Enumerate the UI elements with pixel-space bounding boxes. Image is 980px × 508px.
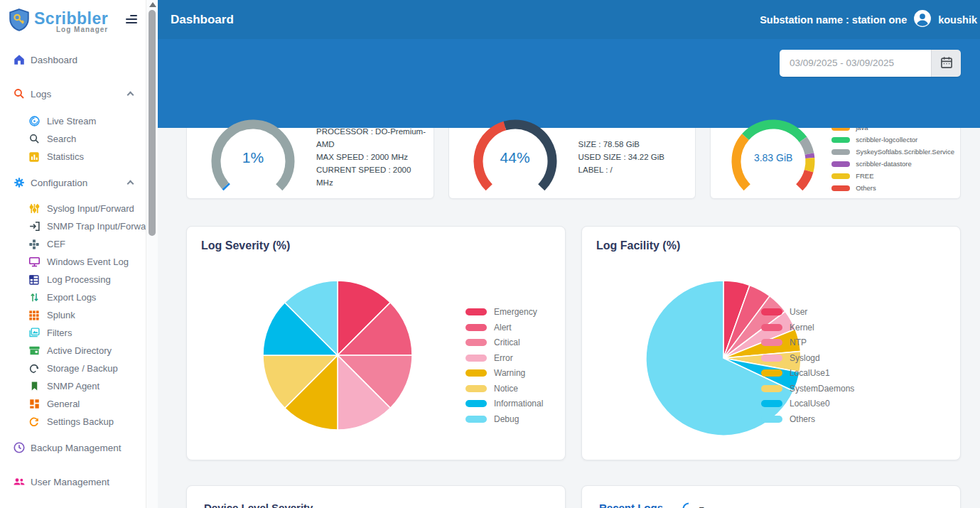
legend-swatch	[465, 308, 487, 315]
sidebar-item-label: Logs	[31, 89, 51, 99]
log-severity-card: Log Severity (%) Emergency Alert Critica…	[186, 226, 566, 460]
menu-toggle-icon[interactable]	[126, 13, 137, 23]
legend-item[interactable]: scribbler-logcollector	[831, 136, 954, 144]
chevron-up-icon	[127, 180, 134, 188]
sidebar-item-active-directory[interactable]: Active Directory	[0, 342, 146, 360]
sidebar-item-log-processing[interactable]: Log Processing	[0, 271, 146, 288]
legend-label: SyskeySoftlabs.Scribbler.Service	[856, 148, 954, 156]
legend-label: scribbler-logcollector	[856, 136, 917, 144]
scrollbar-up-arrow[interactable]	[149, 2, 156, 7]
legend-label: Critical	[494, 337, 520, 347]
sidebar-item-configuration[interactable]: Configuration	[0, 174, 146, 191]
sidebar-scrollbar	[146, 0, 158, 508]
legend-item[interactable]: Informational	[465, 399, 543, 409]
date-range-input[interactable]: 03/09/2025 - 03/09/2025	[780, 50, 931, 77]
sidebar-item-storage-backup[interactable]: Storage / Backup	[0, 360, 146, 377]
people-icon	[12, 475, 26, 488]
chart-title: Log Severity (%)	[201, 239, 290, 252]
sidebar-item-statistics[interactable]: Statistics	[0, 148, 146, 166]
search-logs-icon	[12, 87, 26, 100]
sidebar-item-label: Configuration	[31, 178, 87, 188]
disk-info-line: USED SIZE : 34.22 GiB	[578, 151, 664, 164]
cpu-info-line: CURRENT SPEED : 2000 MHz	[316, 164, 428, 190]
cpu-info-line: MAX SPEED : 2000 MHz	[316, 151, 428, 164]
legend-item[interactable]: LocalUse1	[761, 368, 854, 378]
legend-item[interactable]: SyskeySoftlabs.Scribbler.Service	[831, 148, 954, 156]
legend-label: FREE	[856, 172, 873, 180]
disk-value: 44%	[455, 149, 576, 166]
ram-value: 3.83 GiB	[716, 152, 830, 163]
legend-item[interactable]: NTP	[761, 337, 854, 347]
legend-item[interactable]: Others	[831, 184, 954, 192]
legend-item[interactable]: Kernel	[761, 323, 854, 333]
legend-label: Emergency	[494, 307, 537, 317]
legend-label: Error	[494, 353, 513, 363]
date-range-picker: 03/09/2025 - 03/09/2025	[780, 50, 961, 77]
legend-label: Others	[856, 184, 876, 192]
legend-item[interactable]: Syslogd	[761, 353, 854, 363]
sidebar: Scribbler Log Manager Dashboard Logs	[0, 0, 146, 508]
legend-swatch	[831, 149, 850, 155]
legend-item[interactable]: FREE	[831, 172, 954, 180]
legend-item[interactable]: Warning	[465, 368, 543, 378]
sidebar-item-search[interactable]: Search	[0, 130, 146, 148]
legend-item[interactable]: Emergency	[465, 307, 543, 317]
log-severity-legend: Emergency Alert Critical Error Warning N…	[465, 307, 543, 424]
logs-submenu: Live Stream Search Statistics	[0, 112, 146, 166]
sidebar-item-windows-event-log[interactable]: Windows Event Log	[0, 253, 146, 271]
disk-info: SIZE : 78.58 GiB USED SIZE : 34.22 GiB L…	[578, 139, 664, 176]
sidebar-item-logs[interactable]: Logs	[0, 85, 146, 102]
legend-label: Debug	[494, 414, 519, 424]
sidebar-item-label: General	[47, 399, 80, 409]
sidebar-item-splunk[interactable]: Splunk	[0, 306, 146, 324]
legend-item[interactable]: LocalUse0	[761, 399, 854, 409]
sidebar-item-label: SNMP Trap Input/Forward	[47, 221, 146, 232]
sidebar-item-filters[interactable]: Filters	[0, 324, 146, 342]
legend-item[interactable]: scribbler-datastore	[831, 160, 954, 168]
username[interactable]: koushik	[938, 14, 977, 26]
calendar-button[interactable]	[931, 50, 961, 77]
legend-item[interactable]: Notice	[465, 384, 543, 394]
disk-info-line: LABEL : /	[578, 164, 664, 177]
legend-label: NTP	[790, 337, 807, 347]
sidebar-item-snmp-trap-input-forward[interactable]: SNMP Trap Input/Forward	[0, 217, 146, 235]
sidebar-item-snmp-agent[interactable]: SNMP Agent	[0, 377, 146, 395]
sidebar-item-settings-backup[interactable]: Settings Backup	[0, 413, 146, 431]
calendar-icon	[939, 55, 954, 72]
legend-item[interactable]: Alert	[465, 323, 543, 333]
legend-item[interactable]: User	[761, 307, 854, 317]
sidebar-item-export-logs[interactable]: Export Logs	[0, 288, 146, 306]
legend-item[interactable]: Error	[465, 353, 543, 363]
legend-item[interactable]: SystemDaemons	[761, 384, 854, 394]
up-down-arrows-icon	[27, 292, 41, 303]
grid-icon	[27, 310, 41, 321]
sidebar-item-backup-management[interactable]: Backup Management	[0, 439, 146, 456]
sidebar-item-cef[interactable]: CEF	[0, 235, 146, 253]
legend-item[interactable]: Others	[761, 414, 854, 424]
recent-logs-count: 5	[699, 504, 704, 508]
device-level-severity-card: Device Level Severity	[186, 485, 566, 508]
cpu-value: 1%	[193, 149, 313, 166]
loading-spinner-icon	[682, 502, 696, 508]
legend-label: Informational	[494, 399, 543, 409]
sidebar-item-label: CEF	[47, 239, 65, 249]
sidebar-item-live-stream[interactable]: Live Stream	[0, 112, 146, 130]
brand-name: Scribbler	[34, 10, 108, 27]
sidebar-item-general[interactable]: General	[0, 395, 146, 413]
dashboard-tiles-icon	[27, 399, 41, 409]
legend-item[interactable]: Debug	[465, 414, 543, 424]
scrollbar-thumb[interactable]	[149, 10, 156, 236]
sidebar-item-syslog-input-forward[interactable]: Syslog Input/Forward	[0, 200, 146, 217]
legend-swatch	[465, 324, 487, 331]
live-stream-icon	[27, 115, 41, 127]
sidebar-item-user-management[interactable]: User Management	[0, 473, 146, 490]
legend-item[interactable]: Critical	[465, 337, 543, 347]
disk-info-line: SIZE : 78.58 GiB	[578, 139, 664, 151]
storefront-icon	[27, 345, 41, 357]
cpu-info: PROCESSOR : DO-Premium-AMD MAX SPEED : 2…	[316, 126, 428, 189]
sidebar-item-label: User Management	[31, 477, 109, 487]
user-avatar-icon[interactable]	[913, 9, 932, 30]
sidebar-item-dashboard[interactable]: Dashboard	[0, 51, 146, 68]
top-header: Dashboard Substation name : station one …	[158, 0, 980, 39]
banner: 03/09/2025 - 03/09/2025	[158, 39, 980, 128]
